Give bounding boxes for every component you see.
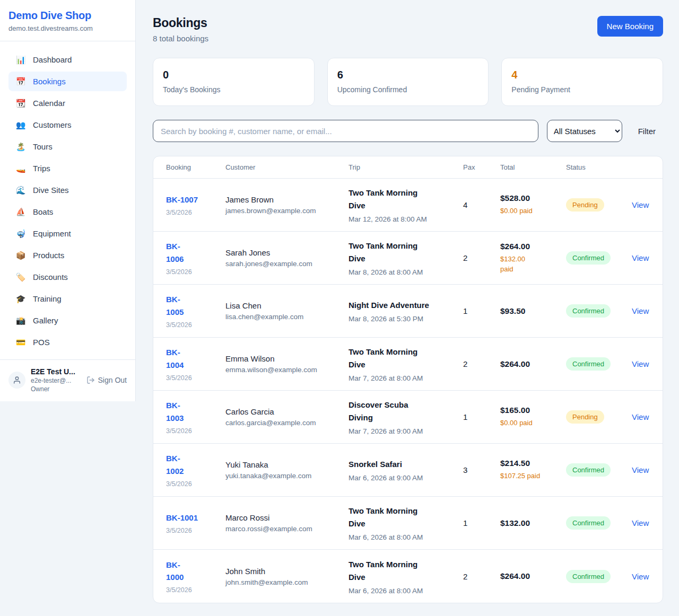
customer-email: marco.rossi@example.com [225, 525, 349, 533]
booking-id-link[interactable]: BK- 1004 [166, 346, 225, 371]
customer-name: Sarah Jones [225, 248, 349, 257]
customer-name: Carlos Garcia [225, 407, 349, 416]
sidebar-item-label: Dive Sites [33, 186, 69, 195]
trip-name: Two Tank Morning Dive [349, 558, 463, 584]
sidebar-item-calendar[interactable]: 📆 Calendar [8, 93, 127, 113]
booking-date: 3/5/2026 [166, 209, 225, 216]
sidebar-item-bookings[interactable]: 📅 Bookings [8, 72, 127, 91]
pax-value: 1 [463, 306, 500, 315]
total-amount: $165.00 [500, 406, 566, 415]
sidebar-item-label: Gallery [33, 316, 58, 325]
calendar-icon: 📆 [15, 99, 27, 107]
trip-datetime: Mar 6, 2026 at 9:00 AM [349, 474, 463, 482]
avatar [8, 372, 25, 389]
customer-name: Emma Wilson [225, 354, 349, 363]
booking-date: 3/5/2026 [166, 586, 225, 594]
trip-datetime: Mar 12, 2026 at 8:00 AM [349, 215, 463, 223]
sidebar-item-label: Trips [33, 164, 50, 173]
graduation-cap-icon: 🎓 [15, 295, 27, 303]
total-amount: $132.00 [500, 518, 566, 528]
sidebar-nav: 📊 Dashboard 📅 Bookings 📆 Calendar 👥 Cust… [0, 41, 135, 359]
view-link[interactable]: View [632, 412, 650, 421]
pax-value: 2 [463, 253, 500, 262]
booking-id-link[interactable]: BK-1007 [166, 193, 225, 206]
filter-button[interactable]: Filter [631, 122, 663, 140]
booking-id-link[interactable]: BK- 1003 [166, 399, 225, 424]
view-link[interactable]: View [632, 306, 650, 315]
sidebar-item-dive-sites[interactable]: 🌊 Dive Sites [8, 180, 127, 200]
stat-label: Today's Bookings [163, 85, 304, 94]
table-row: BK- 1004 3/5/2026 Emma Wilson emma.wilso… [153, 338, 663, 391]
status-badge: Confirmed [566, 251, 611, 265]
stat-label: Pending Payment [511, 85, 653, 94]
sidebar-item-label: Equipment [33, 229, 71, 238]
sidebar-item-tours[interactable]: 🏝️ Tours [8, 137, 127, 156]
customer-email: john.smith@example.com [225, 578, 349, 586]
sidebar-item-products[interactable]: 📦 Products [8, 245, 127, 265]
view-link[interactable]: View [632, 465, 650, 474]
credit-card-icon: 💳 [15, 338, 27, 346]
sidebar-item-training[interactable]: 🎓 Training [8, 289, 127, 309]
booking-id-link[interactable]: BK- 1002 [166, 452, 225, 477]
view-link[interactable]: View [632, 359, 650, 368]
new-booking-button[interactable]: New Booking [597, 16, 663, 37]
view-link[interactable]: View [632, 253, 650, 262]
table-header-row: Booking Customer Trip Pax Total Status [153, 156, 663, 179]
total-amount: $214.50 [500, 459, 566, 468]
customer-email: emma.wilson@example.com [225, 366, 349, 374]
customer-email: james.brown@example.com [225, 207, 349, 215]
stat-card: 0 Today's Bookings [153, 58, 315, 106]
booking-date: 3/5/2026 [166, 374, 225, 382]
sidebar-item-customers[interactable]: 👥 Customers [8, 115, 127, 135]
sidebar-item-label: Boats [33, 207, 53, 216]
sidebar-item-boats[interactable]: ⛵ Boats [8, 202, 127, 222]
status-filter-select[interactable]: All Statuses [547, 120, 622, 142]
trip-name: Two Tank Morning Dive [349, 346, 463, 371]
sidebar-item-label: POS [33, 338, 50, 347]
paid-amount: $0.00 paid [500, 418, 566, 428]
customer-email: sarah.jones@example.com [225, 260, 349, 268]
wave-icon: 🌊 [15, 186, 27, 194]
customer-name: John Smith [225, 567, 349, 576]
booking-id-link[interactable]: BK- 1000 [166, 559, 225, 584]
trip-name: Discover Scuba Diving [349, 399, 463, 424]
search-input[interactable] [153, 120, 538, 142]
sidebar: Demo Dive Shop demo.test.divestreams.com… [0, 0, 136, 401]
status-badge: Confirmed [566, 516, 611, 530]
trip-datetime: Mar 7, 2026 at 9:00 AM [349, 427, 463, 435]
booking-date: 3/5/2026 [166, 427, 225, 435]
table-row: BK-1007 3/5/2026 James Brown james.brown… [153, 179, 663, 232]
sign-out-label: Sign Out [98, 376, 127, 384]
stat-label: Upcoming Confirmed [337, 85, 479, 94]
sidebar-item-dashboard[interactable]: 📊 Dashboard [8, 50, 127, 69]
sidebar-item-gallery[interactable]: 📸 Gallery [8, 311, 127, 330]
sidebar-item-pos[interactable]: 💳 POS [8, 332, 127, 352]
sidebar-item-label: Bookings [33, 77, 66, 86]
customer-name: Marco Rossi [225, 513, 349, 522]
stat-value: 4 [511, 69, 653, 81]
user-name: E2E Test U... [31, 367, 75, 376]
view-link[interactable]: View [632, 200, 650, 209]
sidebar-item-discounts[interactable]: 🏷️ Discounts [8, 267, 127, 287]
booking-id-link[interactable]: BK- 1005 [166, 293, 225, 318]
total-amount: $264.00 [500, 571, 566, 581]
user-meta: E2E Test U... e2e-tester@... Owner [31, 367, 75, 393]
pax-value: 2 [463, 359, 500, 368]
sidebar-item-trips[interactable]: 🚤 Trips [8, 159, 127, 178]
sidebar-item-equipment[interactable]: 🤿 Equipment [8, 224, 127, 243]
view-link[interactable]: View [632, 518, 650, 527]
booking-id-link[interactable]: BK-1001 [166, 512, 225, 524]
camera-icon: 📸 [15, 316, 27, 324]
pax-value: 1 [463, 518, 500, 527]
brand-name: Demo Dive Shop [8, 10, 127, 22]
column-header-customer: Customer [225, 163, 349, 171]
booking-id-link[interactable]: BK- 1006 [166, 240, 225, 265]
customer-name: Lisa Chen [225, 301, 349, 310]
sign-out-button[interactable]: Sign Out [86, 376, 127, 384]
status-badge: Confirmed [566, 357, 611, 371]
view-link[interactable]: View [632, 572, 650, 581]
sailboat-icon: ⛵ [15, 208, 27, 216]
pax-value: 4 [463, 200, 500, 209]
speedboat-icon: 🚤 [15, 164, 27, 172]
stat-value: 6 [337, 69, 479, 81]
